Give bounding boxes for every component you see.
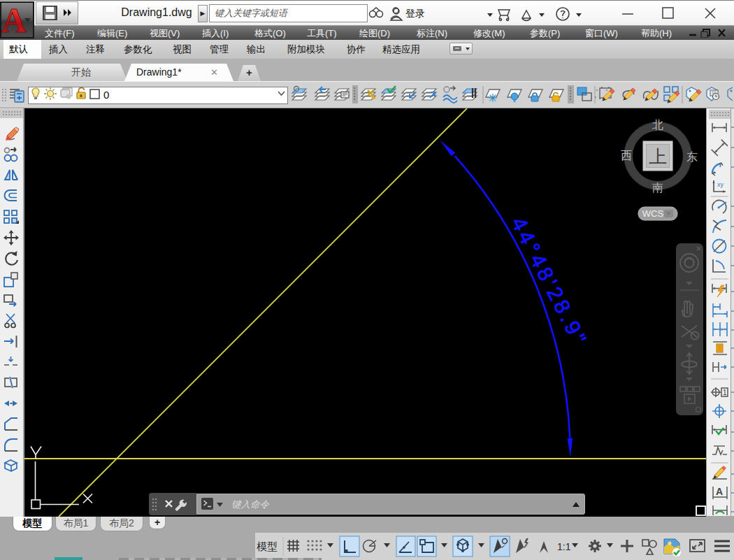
svg-text:北: 北 <box>652 119 663 131</box>
svg-text:上: 上 <box>649 146 667 167</box>
svg-text:模型: 模型 <box>257 540 278 552</box>
svg-text:xy: xy <box>717 181 724 188</box>
svg-text:A: A <box>716 486 723 497</box>
svg-text:WCS: WCS <box>642 208 664 219</box>
svg-text:东: 东 <box>686 151 698 163</box>
svg-text:A: A <box>1 3 27 37</box>
svg-text:西: 西 <box>621 150 632 161</box>
svg-text:键入命令: 键入命令 <box>231 499 271 510</box>
svg-text:南: 南 <box>652 182 663 194</box>
svg-text:1:1: 1:1 <box>557 541 571 552</box>
svg-text:0: 0 <box>103 89 109 101</box>
svg-text:1: 1 <box>723 389 727 396</box>
svg-text:44°48'28.9": 44°48'28.9" <box>508 213 593 350</box>
